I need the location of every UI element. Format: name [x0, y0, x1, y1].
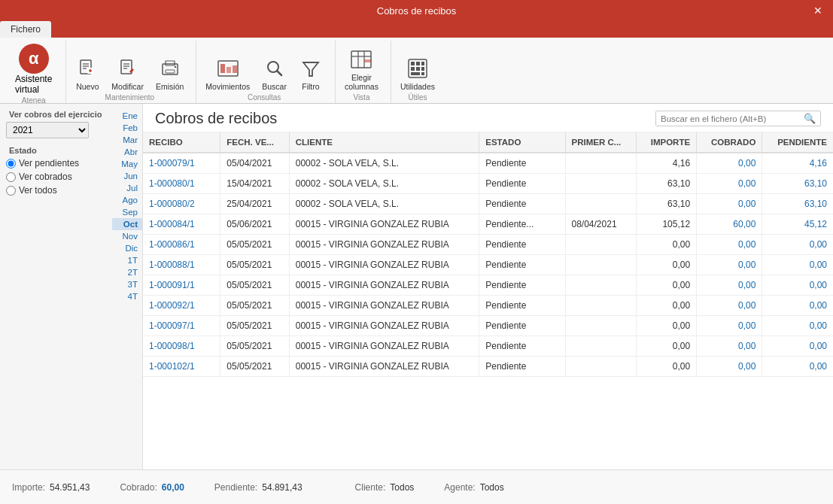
cell-importe: 0,00 [637, 275, 697, 296]
footer: Importe: 54.951,43 Cobrado: 60,00 Pendie… [0, 469, 833, 504]
radio-pendientes[interactable]: Ver pendientes [6, 158, 106, 169]
search-box: 🔍 [655, 111, 821, 126]
cell-cliente: 00002 - SOLA VELA, S.L. [289, 174, 479, 194]
table-row[interactable]: 1-000088/1 05/05/2021 00015 - VIRGINIA G… [143, 255, 833, 275]
radio-todos[interactable]: Ver todos [6, 185, 106, 196]
month-ago[interactable]: Ago [112, 194, 142, 206]
footer-row-1: Importe: 54.951,43 Cobrado: 60,00 Pendie… [12, 482, 821, 493]
footer-pendiente-value: 54.891,43 [262, 482, 302, 493]
cell-cobrado: 0,00 [697, 194, 762, 214]
table-row[interactable]: 1-000097/1 05/05/2021 00015 - VIRGINIA G… [143, 316, 833, 336]
svg-rect-34 [411, 72, 420, 75]
table-row[interactable]: 1-000086/1 05/05/2021 00015 - VIRGINIA G… [143, 235, 833, 255]
cell-cliente: 00015 - VIRGINIA GONZALEZ RUBIA [289, 255, 479, 275]
search-input[interactable] [661, 114, 804, 123]
cell-pendiente: 0,00 [762, 235, 833, 255]
ribbon-item-movimientos[interactable]: Movimientos [201, 55, 254, 93]
month-mar[interactable]: Mar [112, 134, 142, 146]
col-header-estado: ESTADO [479, 132, 565, 153]
table-row[interactable]: 1-000091/1 05/05/2021 00015 - VIRGINIA G… [143, 275, 833, 296]
cell-primer [565, 296, 637, 316]
ribbon-group-items-consultas: Movimientos Buscar Filtro [201, 42, 327, 93]
month-abr[interactable]: Abr [112, 146, 142, 158]
ribbon-item-nuevo[interactable]: Nuevo [71, 55, 104, 93]
utilidades-label: Utilidades [400, 82, 435, 92]
ribbon-group-consultas: Movimientos Buscar Filtro [196, 41, 336, 103]
cell-pendiente: 0,00 [762, 296, 833, 316]
quarter-2t[interactable]: 2T [112, 266, 142, 278]
ribbon-group-items-mantenimiento: Nuevo Modificar Emisión [71, 42, 188, 93]
cell-importe: 0,00 [637, 255, 697, 275]
ribbon-item-buscar[interactable]: Buscar [257, 55, 291, 93]
svg-rect-35 [421, 72, 424, 75]
cell-estado: Pendiente [479, 357, 565, 377]
cell-cliente: 00015 - VIRGINIA GONZALEZ RUBIA [289, 214, 479, 235]
tab-fichero[interactable]: Fichero [0, 21, 51, 38]
cell-pendiente: 0,00 [762, 275, 833, 296]
month-ene[interactable]: Ene [112, 110, 142, 122]
table-row[interactable]: 1-000098/1 05/05/2021 00015 - VIRGINIA G… [143, 336, 833, 357]
elegir-columnas-label: Elegircolumnas [345, 73, 378, 92]
quarter-4t[interactable]: 4T [112, 290, 142, 302]
asistente-icon: α [19, 44, 49, 74]
table-row[interactable]: 1-000102/1 05/05/2021 00015 - VIRGINIA G… [143, 357, 833, 377]
ribbon-item-utilidades[interactable]: Utilidades [396, 55, 439, 93]
app-window: Cobros de recibos ✕ Fichero α Asistentev… [0, 0, 833, 504]
month-jul[interactable]: Jul [112, 182, 142, 194]
cell-primer [565, 174, 637, 194]
col-header-recibo: RECIBO [143, 132, 220, 153]
month-may[interactable]: May [112, 158, 142, 170]
ribbon-item-asistente[interactable]: α Asistentevirtual [9, 42, 58, 96]
col-header-importe: IMPORTE [637, 132, 697, 153]
table-row[interactable]: 1-000079/1 05/04/2021 00002 - SOLA VELA,… [143, 153, 833, 174]
ribbon-item-modificar[interactable]: Modificar [107, 55, 148, 93]
table-row[interactable]: 1-000080/1 15/04/2021 00002 - SOLA VELA,… [143, 174, 833, 194]
month-feb[interactable]: Feb [112, 122, 142, 134]
ribbon-item-elegir-columnas[interactable]: Elegircolumnas [340, 46, 383, 93]
cell-cobrado: 0,00 [697, 153, 762, 174]
quarter-3t[interactable]: 3T [112, 278, 142, 290]
cell-fecha: 25/04/2021 [220, 194, 289, 214]
cell-primer [565, 336, 637, 357]
radio-cobrados[interactable]: Ver cobrados [6, 172, 106, 182]
cell-cobrado: 0,00 [697, 235, 762, 255]
svg-rect-13 [166, 70, 175, 73]
main-content: Cobros de recibos 🔍 RECIBO FECH. VE... C… [143, 104, 833, 469]
ribbon-group-label-mantenimiento: Mantenimiento [71, 93, 188, 103]
svg-rect-26 [364, 59, 371, 62]
cell-fecha: 05/04/2021 [220, 153, 289, 174]
buscar-icon [263, 56, 287, 80]
movimientos-icon [216, 56, 240, 80]
cell-primer [565, 275, 637, 296]
cell-pendiente: 63,10 [762, 194, 833, 214]
close-button[interactable]: ✕ [803, 0, 833, 21]
footer-cobrado-value: 60,00 [162, 482, 184, 493]
cell-cliente: 00002 - SOLA VELA, S.L. [289, 194, 479, 214]
cell-recibo: 1-000097/1 [143, 316, 220, 336]
cell-cliente: 00015 - VIRGINIA GONZALEZ RUBIA [289, 316, 479, 336]
table-row[interactable]: 1-000092/1 05/05/2021 00015 - VIRGINIA G… [143, 296, 833, 316]
sidebar-year-select[interactable]: 2019 2020 2021 2022 [6, 122, 89, 138]
month-dic[interactable]: Dic [112, 242, 142, 254]
data-table: RECIBO FECH. VE... CLIENTE ESTADO PRIMER… [143, 132, 833, 377]
month-oct[interactable]: Oct [112, 218, 142, 230]
table-row[interactable]: 1-000084/1 05/06/2021 00015 - VIRGINIA G… [143, 214, 833, 235]
footer-importe-label: Importe: [12, 482, 45, 493]
quarter-1t[interactable]: 1T [112, 254, 142, 266]
cell-importe: 105,12 [637, 214, 697, 235]
month-sep[interactable]: Sep [112, 206, 142, 218]
footer-importe: Importe: 54.951,43 [12, 482, 90, 493]
table-container: RECIBO FECH. VE... CLIENTE ESTADO PRIMER… [143, 132, 833, 469]
month-nov[interactable]: Nov [112, 230, 142, 242]
ribbon-item-emision[interactable]: Emisión [151, 55, 188, 93]
table-row[interactable]: 1-000080/2 25/04/2021 00002 - SOLA VELA,… [143, 194, 833, 214]
month-jun[interactable]: Jun [112, 170, 142, 182]
cell-pendiente: 45,12 [762, 214, 833, 235]
body-area: Ver cobros del ejercicio 2019 2020 2021 … [0, 104, 833, 469]
footer-agente-label: Agente: [444, 482, 475, 493]
ribbon-item-filtro[interactable]: Filtro [294, 55, 327, 93]
movimientos-label: Movimientos [205, 82, 250, 92]
cell-importe: 4,16 [637, 153, 697, 174]
footer-cliente-label: Cliente: [355, 482, 386, 493]
content-header: Cobros de recibos 🔍 [143, 104, 833, 132]
